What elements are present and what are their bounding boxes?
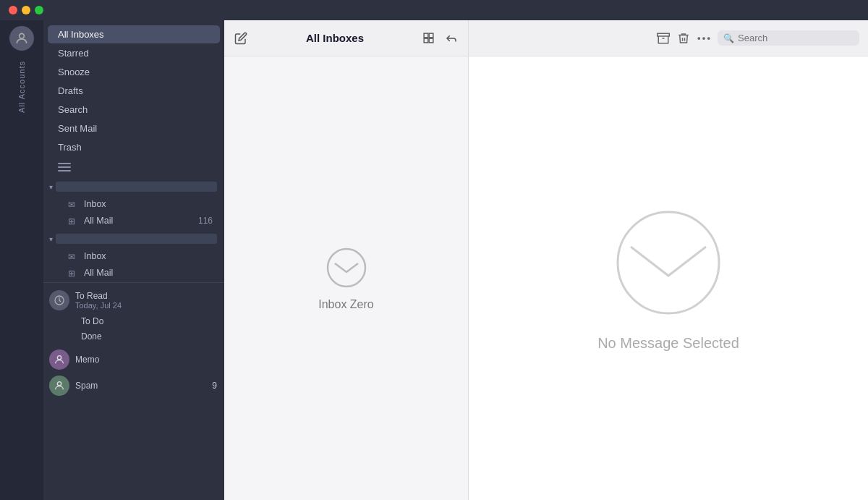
account-strip: All Accounts [0, 20, 43, 500]
sidebar: All Accounts All Inboxes Starred Snooze … [0, 20, 224, 500]
traffic-lights [9, 6, 43, 14]
chevron-down-icon: ▾ [49, 235, 53, 243]
spam-count: 9 [212, 381, 217, 391]
sidebar-item-to-do[interactable]: To Do [48, 314, 220, 329]
right-header: 🔍 [469, 20, 868, 56]
sidebar-item-starred[interactable]: Starred [48, 44, 220, 62]
account-1-inbox[interactable]: ✉ Inbox [48, 196, 220, 212]
account-section-1: ▾ ✉ Inbox ⊞ All Mail 116 [43, 178, 224, 229]
no-message-label: No Message Selected [597, 335, 739, 352]
right-panel: 🔍 No Message Selected [469, 20, 868, 500]
bottom-avatar-row-3[interactable]: Spam 9 [43, 373, 224, 399]
reply-button[interactable] [445, 32, 458, 45]
account-name-2 [56, 234, 217, 244]
delete-button[interactable] [677, 32, 690, 45]
bottom-avatar-row-2[interactable]: Memo [43, 347, 224, 373]
svg-rect-7 [429, 38, 433, 43]
avatar[interactable] [9, 26, 34, 51]
windows-button[interactable] [422, 32, 435, 45]
account-2-all-mail[interactable]: ⊞ All Mail [48, 265, 220, 281]
middle-header: All Inboxes [224, 20, 468, 56]
svg-point-13 [707, 37, 710, 40]
inbox-zero-area: Inbox Zero [224, 56, 468, 500]
more-options-button[interactable] [697, 36, 710, 41]
svg-rect-6 [424, 38, 428, 43]
archive-button[interactable] [657, 32, 670, 45]
chevron-down-icon: ▾ [49, 183, 53, 191]
account-1-all-mail[interactable]: ⊞ All Mail 116 [48, 213, 220, 229]
minimize-button[interactable] [22, 6, 30, 14]
middle-panel-title: All Inboxes [306, 32, 364, 44]
today-label: Today, Jul 24 [75, 301, 122, 310]
account-header-1[interactable]: ▾ [43, 178, 224, 195]
account-section-2: ▾ ✉ Inbox ⊞ All Mail [43, 230, 224, 281]
spam-label: Spam [75, 381, 98, 391]
inbox-icon: ✉ [68, 252, 80, 260]
svg-point-11 [697, 37, 700, 40]
account-header-2[interactable]: ▾ [43, 230, 224, 247]
sidebar-item-drafts[interactable]: Drafts [48, 82, 220, 100]
sidebar-item-snooze[interactable]: Snooze [48, 63, 220, 81]
account-name-1 [56, 182, 217, 192]
avatar-user-1 [49, 349, 69, 370]
sidebar-item-search[interactable]: Search [48, 101, 220, 119]
all-mail-icon: ⊞ [68, 216, 80, 225]
svg-point-14 [618, 212, 719, 313]
bottom-avatar-row-1[interactable]: To Read Today, Jul 24 [43, 287, 224, 313]
svg-point-12 [702, 37, 705, 40]
svg-point-2 [57, 356, 61, 360]
avatar-clock-1 [49, 290, 69, 310]
middle-panel: All Inboxes [224, 20, 469, 500]
svg-rect-5 [429, 33, 433, 38]
compose-button[interactable] [234, 32, 247, 45]
to-read-label: To Read [75, 291, 122, 301]
no-message-icon [610, 205, 726, 321]
all-accounts-label: All Accounts [17, 61, 26, 113]
sidebar-item-all-inboxes[interactable]: All Inboxes [48, 25, 220, 43]
svg-rect-4 [424, 33, 428, 38]
svg-rect-9 [658, 33, 670, 36]
inbox-zero-icon [325, 246, 368, 289]
svg-point-0 [20, 33, 25, 38]
account-2-inbox[interactable]: ✉ Inbox [48, 248, 220, 264]
search-box[interactable]: 🔍 [718, 30, 859, 46]
main-container: All Accounts All Inboxes Starred Snooze … [0, 20, 868, 500]
maximize-button[interactable] [35, 6, 43, 14]
search-input[interactable] [738, 33, 854, 43]
svg-point-3 [57, 382, 61, 386]
nav-list: All Inboxes Starred Snooze Drafts Search… [43, 20, 224, 500]
svg-point-8 [328, 249, 365, 287]
sidebar-item-done[interactable]: Done [48, 329, 220, 344]
close-button[interactable] [9, 6, 17, 14]
inbox-icon: ✉ [68, 200, 80, 208]
search-icon: 🔍 [723, 33, 734, 43]
no-message-area: No Message Selected [469, 56, 868, 500]
all-mail-count: 116 [198, 216, 213, 226]
sidebar-item-sent-mail[interactable]: Sent Mail [48, 119, 220, 137]
memo-label: Memo [75, 355, 99, 365]
more-menu-button[interactable] [48, 158, 220, 177]
inbox-zero-label: Inbox Zero [318, 298, 373, 311]
middle-actions [422, 32, 458, 45]
avatar-user-2 [49, 376, 69, 396]
sidebar-item-trash[interactable]: Trash [48, 138, 220, 156]
smart-folders: To Read Today, Jul 24 To Do Done [43, 282, 224, 403]
title-bar [0, 0, 868, 20]
all-mail-icon: ⊞ [68, 268, 80, 277]
